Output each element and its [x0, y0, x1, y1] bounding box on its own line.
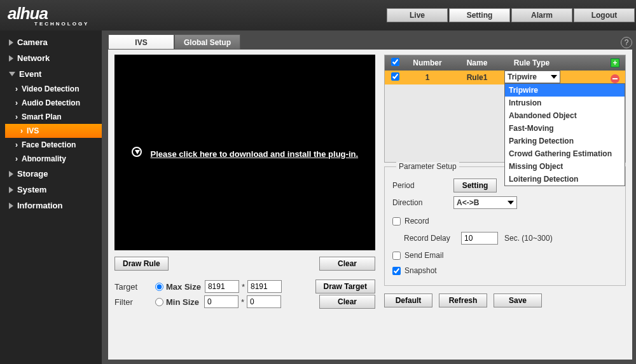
chevron-right-icon — [9, 203, 13, 209]
header-bar: alhua TECHNOLOGY Live Setting Alarm Logo… — [0, 0, 636, 30]
direction-label: Direction — [392, 198, 453, 207]
chevron-icon: › — [15, 154, 18, 163]
chevron-icon: › — [15, 98, 18, 107]
direction-select[interactable]: A<->B — [453, 196, 517, 209]
nav-alarm[interactable]: Alarm — [511, 8, 572, 22]
period-setting-button[interactable]: Setting — [453, 179, 497, 192]
direction-value: A<->B — [457, 198, 479, 207]
chevron-right-icon — [9, 39, 13, 46]
rule-type-select[interactable]: Tripwire — [504, 71, 560, 83]
rule-table: Number Name Rule Type + 1 Rule1 — [384, 55, 626, 163]
caret-down-icon — [551, 75, 557, 79]
dd-loitering-detection[interactable]: Loitering Detection — [505, 173, 625, 185]
record-delay-label: Record Delay — [404, 234, 461, 243]
help-icon[interactable]: ? — [621, 37, 632, 48]
clear-rule-button[interactable]: Clear — [319, 257, 375, 271]
send-email-checkbox[interactable] — [392, 252, 401, 260]
rule-select-all[interactable] — [391, 58, 399, 66]
chevron-right-icon — [9, 55, 13, 62]
dd-abandoned-object[interactable]: Abandoned Object — [505, 109, 625, 122]
col-number: Number — [405, 58, 450, 67]
video-preview: Please click here to download and instal… — [114, 55, 375, 250]
nav-live[interactable]: Live — [387, 8, 448, 22]
record-label: Record — [404, 217, 429, 226]
chevron-right-icon — [9, 171, 13, 177]
rule-table-header: Number Name Rule Type + — [385, 55, 625, 71]
size-sep-2: * — [241, 297, 244, 307]
nav-setting[interactable]: Setting — [449, 8, 510, 22]
record-checkbox[interactable] — [392, 217, 401, 226]
tab-ivs[interactable]: IVS — [108, 34, 174, 50]
sidebar-event-smart-plan[interactable]: ›Smart Plan — [0, 110, 102, 124]
sidebar-storage[interactable]: Storage — [0, 166, 102, 182]
min-size-height[interactable] — [247, 295, 281, 308]
target-filter-label-1: Target — [114, 282, 155, 292]
draw-target-button[interactable]: Draw Target — [315, 280, 375, 293]
period-label: Period — [392, 181, 453, 190]
record-delay-hint: Sec. (10~300) — [504, 234, 553, 243]
rule-type-value: Tripwire — [508, 72, 537, 81]
sidebar-network[interactable]: Network — [0, 50, 102, 66]
max-size-radio[interactable] — [155, 283, 163, 291]
main-area: IVS Global Setup ? Please click here to … — [102, 30, 636, 364]
right-column: Number Name Rule Type + 1 Rule1 — [375, 55, 626, 347]
sidebar-event[interactable]: Event — [0, 66, 102, 82]
min-size-label: Min Size — [166, 297, 199, 307]
draw-rule-button[interactable]: Draw Rule — [114, 257, 169, 271]
min-size-width[interactable] — [204, 295, 238, 308]
dd-fast-moving[interactable]: Fast-Moving — [505, 122, 625, 135]
dd-missing-object[interactable]: Missing Object — [505, 160, 625, 173]
tab-global-setup[interactable]: Global Setup — [174, 34, 240, 50]
chevron-icon: › — [15, 112, 18, 121]
sidebar-camera[interactable]: Camera — [0, 34, 102, 50]
chevron-down-icon — [9, 72, 15, 76]
clear-target-button[interactable]: Clear — [319, 295, 375, 309]
rule-row-name: Rule1 — [450, 73, 504, 82]
snapshot-label: Snapshot — [404, 266, 437, 275]
sidebar-event-audio-detection[interactable]: ›Audio Detection — [0, 96, 102, 110]
brand-logo: alhua TECHNOLOGY — [0, 4, 89, 27]
default-button[interactable]: Default — [384, 293, 432, 307]
record-delay-input[interactable] — [461, 232, 498, 245]
dd-crowd-gathering[interactable]: Crowd Gathering Estimation — [505, 147, 625, 160]
sidebar-event-ivs[interactable]: ›IVS — [5, 124, 102, 138]
chevron-icon: › — [15, 84, 18, 93]
dd-tripwire[interactable]: Tripwire — [505, 84, 625, 97]
nav-logout[interactable]: Logout — [574, 8, 635, 22]
left-column: Please click here to download and instal… — [114, 55, 375, 347]
col-name: Name — [450, 58, 504, 67]
parameter-setup-legend: Parameter Setup — [396, 162, 459, 171]
add-rule-icon[interactable]: + — [611, 58, 619, 67]
sidebar-information[interactable]: Information — [0, 198, 102, 213]
max-size-height[interactable] — [247, 280, 282, 293]
save-button[interactable]: Save — [494, 293, 542, 307]
rule-row-number: 1 — [405, 73, 450, 82]
chevron-right-icon — [9, 187, 13, 193]
sidebar-system[interactable]: System — [0, 182, 102, 198]
dd-intrusion[interactable]: Intrusion — [505, 97, 625, 109]
plugin-download-link[interactable]: Please click here to download and instal… — [151, 149, 359, 159]
dd-parking-detection[interactable]: Parking Detection — [505, 135, 625, 147]
top-nav: Live Setting Alarm Logout — [387, 8, 636, 22]
snapshot-checkbox[interactable] — [392, 267, 401, 275]
sidebar-event-face-detection[interactable]: ›Face Detection — [0, 138, 102, 152]
size-sep-1: * — [242, 282, 245, 292]
min-size-radio[interactable] — [155, 298, 163, 306]
rule-row-checkbox[interactable] — [391, 72, 399, 81]
refresh-button[interactable]: Refresh — [439, 293, 487, 307]
max-size-width[interactable] — [205, 280, 239, 293]
max-size-label: Max Size — [166, 282, 201, 292]
col-type: Rule Type — [504, 58, 559, 67]
chevron-icon: › — [20, 126, 23, 135]
download-icon — [132, 147, 142, 157]
sidebar-event-abnormality[interactable]: ›Abnormality — [0, 152, 102, 166]
action-buttons: Default Refresh Save — [384, 293, 626, 307]
content-panel: Please click here to download and instal… — [108, 50, 632, 360]
page-tab-row: IVS Global Setup — [102, 30, 636, 50]
rule-type-dropdown: Tripwire Intrusion Abandoned Object Fast… — [504, 83, 625, 186]
brand-name: alhua — [8, 4, 48, 23]
chevron-icon: › — [15, 140, 18, 149]
delete-rule-icon[interactable] — [611, 74, 619, 83]
sidebar-event-video-detection[interactable]: ›Video Detection — [0, 82, 102, 96]
send-email-label: Send Email — [404, 251, 443, 260]
